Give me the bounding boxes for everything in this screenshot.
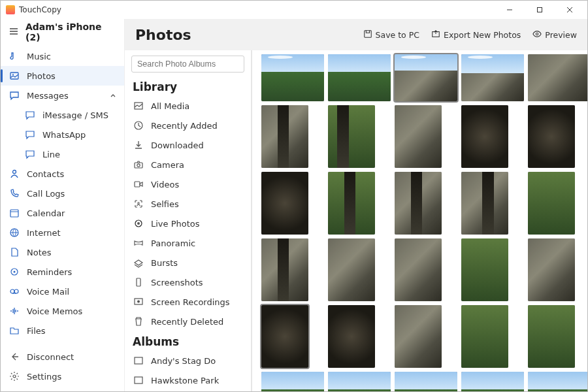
photo-thumb[interactable] [528,372,587,391]
photo-thumb[interactable] [395,372,457,391]
nav-whatsapp[interactable]: WhatsApp [1,125,124,144]
lib-panoramic[interactable]: Panoramic [125,233,251,253]
nav-voicemail[interactable]: Voice Mail [1,282,124,301]
nav-music[interactable]: Music [1,46,124,66]
photo-thumb[interactable] [461,372,524,391]
lib-recently-deleted[interactable]: Recently Deleted [125,312,251,331]
save-icon [363,29,372,41]
preview-button[interactable]: Preview [532,29,577,41]
export-new-photos-button[interactable]: Export New Photos [431,29,521,41]
window-close[interactable] [556,1,583,18]
photo-thumb[interactable] [261,238,308,301]
hamburger-icon[interactable] [8,26,19,39]
svg-point-16 [14,289,18,293]
photo-thumb[interactable] [261,172,308,235]
calendar-icon [8,208,20,218]
nav-disconnect[interactable]: Disconnect [1,347,124,367]
download-icon [133,140,144,150]
photo-thumb[interactable] [528,238,575,301]
globe-icon [8,227,20,238]
lib-all-media[interactable]: All Media [125,96,251,116]
photo-thumb[interactable] [328,172,375,235]
screen-recordings-icon [133,297,144,307]
notes-icon [8,247,20,257]
photo-thumb[interactable] [395,238,442,301]
photo-thumb[interactable] [261,105,308,168]
album-item[interactable]: Andy's Stag Do [125,351,251,370]
chat-icon [24,129,36,140]
photo-thumb[interactable] [395,305,442,368]
albums-heading: Albums [125,331,251,351]
nav-reminders[interactable]: Reminders [1,262,124,282]
nav-voicememos[interactable]: Voice Memos [1,301,124,321]
nav-calls[interactable]: Call Logs [1,184,124,203]
lib-live-photos[interactable]: Live Photos [125,214,251,233]
photo-thumb[interactable] [395,172,442,235]
photos-icon [8,71,20,81]
lib-camera[interactable]: Camera [125,155,251,174]
nav-line[interactable]: Line [1,144,124,164]
svg-rect-10 [10,210,18,217]
library-heading: Library [125,76,251,96]
photo-thumb[interactable] [461,172,508,235]
lib-bursts[interactable]: Bursts [125,253,251,272]
album-icon [133,355,144,366]
save-to-pc-button[interactable]: Save to PC [363,29,419,41]
back-arrow-icon [8,351,20,362]
photo-thumb[interactable] [261,372,324,391]
photo-thumb[interactable] [528,305,575,368]
svg-point-25 [137,164,140,167]
chevron-up-icon [110,91,116,101]
svg-point-9 [13,171,16,174]
photo-thumb[interactable] [395,105,442,168]
nav-calendar[interactable]: Calendar [1,203,124,223]
svg-point-14 [14,271,16,273]
photo-thumb[interactable] [328,238,375,301]
chat-icon [24,110,36,120]
photo-thumb[interactable] [461,305,508,368]
photo-thumb[interactable] [528,105,575,168]
photo-thumb[interactable] [461,105,508,168]
nav-imessage[interactable]: iMessage / SMS [1,105,124,125]
lib-screenshots[interactable]: Screenshots [125,272,251,292]
photo-thumb[interactable] [261,305,308,368]
nav-settings[interactable]: Settings [1,367,124,386]
nav-notes[interactable]: Notes [1,242,124,262]
photo-thumb[interactable] [461,238,508,301]
photo-thumb[interactable] [528,172,575,235]
nav-photos[interactable]: Photos [1,66,124,86]
gear-icon [8,371,20,382]
photo-thumb[interactable] [395,54,457,101]
lib-videos[interactable]: Videos [125,174,251,194]
nav-internet[interactable]: Internet [1,223,124,242]
photo-thumb[interactable] [261,54,324,101]
album-icon [133,375,144,385]
screenshots-icon [133,277,144,287]
svg-rect-34 [135,377,142,384]
voicememos-icon [8,306,20,316]
window-minimize[interactable] [496,1,523,18]
svg-rect-33 [135,357,142,364]
search-input[interactable] [131,56,244,73]
lib-recently-added[interactable]: Recently Added [125,116,251,135]
nav-files[interactable]: Files [1,321,124,340]
photo-thumb[interactable] [328,105,375,168]
music-icon [8,51,20,61]
lib-screen-recordings[interactable]: Screen Recordings [125,292,251,312]
photo-thumb[interactable] [328,305,375,368]
album-item[interactable]: Hawkstone Park [125,370,251,390]
nav-messages[interactable]: Messages [1,86,124,105]
lib-selfies[interactable]: Selfies [125,194,251,214]
photo-thumb[interactable] [461,54,524,101]
trash-icon [133,316,144,327]
nav-contacts[interactable]: Contacts [1,164,124,184]
svg-rect-26 [135,182,140,187]
photo-thumb[interactable] [328,372,391,391]
window-maximize[interactable] [526,1,553,18]
photo-grid [261,54,583,391]
device-name: Adam's iPhone (2) [25,22,116,42]
photo-thumb[interactable] [528,54,587,101]
lib-downloaded[interactable]: Downloaded [125,135,251,155]
photo-thumb[interactable] [328,54,391,101]
svg-rect-1 [538,8,542,12]
